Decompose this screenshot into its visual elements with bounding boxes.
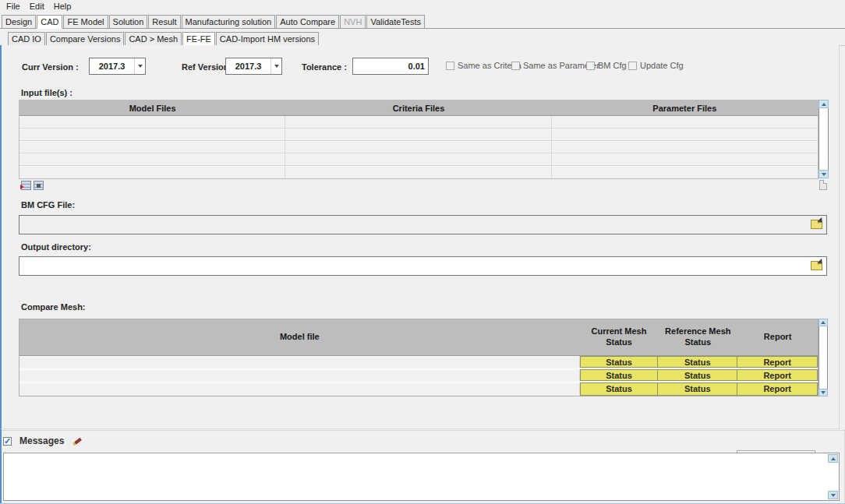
- bm-cfg-checkbox[interactable]: BM Cfg: [586, 61, 627, 70]
- tab-auto-compare[interactable]: Auto Compare: [276, 15, 339, 29]
- scroll-up-icon[interactable]: [828, 454, 838, 463]
- scrollbar-track[interactable]: [818, 326, 828, 389]
- subtab-cad-import-hm-versions[interactable]: CAD-Import HM versions: [216, 32, 319, 46]
- column-header-current-mesh-status[interactable]: Current Mesh Status: [580, 319, 659, 355]
- table-row: Status Status Report: [19, 369, 818, 382]
- update-cfg-checkbox[interactable]: Update Cfg: [628, 61, 684, 70]
- table-row[interactable]: [19, 153, 818, 166]
- report-cell[interactable]: Report: [737, 356, 818, 368]
- section-divider: [0, 430, 845, 431]
- reference-mesh-status-cell: Status: [658, 356, 737, 368]
- menu-bar: FileEditHelp: [0, 0, 845, 13]
- scrollbar-track[interactable]: [818, 108, 829, 170]
- scroll-up-icon[interactable]: [818, 100, 829, 108]
- column-header-criteria-files[interactable]: Criteria Files: [285, 100, 551, 115]
- reference-mesh-status-cell: Status: [658, 382, 737, 396]
- chevron-down-icon[interactable]: [134, 58, 145, 74]
- input-files-table-header: Model Files Criteria Files Parameter Fil…: [19, 100, 818, 116]
- input-files-table[interactable]: Model Files Criteria Files Parameter Fil…: [19, 100, 818, 179]
- messages-checkbox[interactable]: [3, 437, 12, 446]
- output-directory-input[interactable]: [19, 256, 827, 276]
- menu-edit[interactable]: Edit: [25, 0, 49, 12]
- table-row[interactable]: [19, 116, 818, 129]
- current-mesh-status-cell: Status: [580, 382, 659, 396]
- table-row: Status Status Report: [19, 356, 818, 369]
- checkbox-icon: [446, 62, 454, 70]
- column-header-model-file[interactable]: Model file: [19, 319, 580, 355]
- current-mesh-status-cell: Status: [580, 356, 659, 368]
- table-row[interactable]: [19, 129, 818, 141]
- edit-pencil-icon[interactable]: [72, 435, 84, 446]
- tolerance-input[interactable]: 0.01: [352, 58, 429, 75]
- table-row[interactable]: [19, 141, 818, 153]
- column-header-reference-mesh-status[interactable]: Reference Mesh Status: [658, 319, 737, 355]
- curr-version-dropdown[interactable]: 2017.3: [89, 58, 146, 75]
- current-mesh-status-cell: Status: [580, 369, 659, 381]
- chevron-down-icon[interactable]: [270, 58, 281, 74]
- subtab-cad-io[interactable]: CAD IO: [8, 32, 45, 46]
- compare-mesh-label: Compare Mesh:: [21, 302, 86, 312]
- menu-help[interactable]: Help: [49, 0, 76, 12]
- input-files-label: Input file(s) :: [21, 88, 72, 97]
- tab-fe-model[interactable]: FE Model: [63, 15, 108, 29]
- table-row[interactable]: [19, 166, 818, 178]
- fe-fe-panel: Curr Version : 2017.3 Ref Version : 2017…: [0, 45, 840, 429]
- table-row: Status Status Report: [19, 382, 818, 396]
- bm-cfg-label: BM Cfg: [598, 61, 627, 70]
- column-header-report[interactable]: Report: [737, 319, 818, 355]
- scroll-up-icon[interactable]: [818, 319, 828, 326]
- subtab-cad-mesh[interactable]: CAD > Mesh: [125, 32, 182, 46]
- compare-mesh-table[interactable]: Model file Current Mesh Status Reference…: [19, 319, 818, 397]
- output-directory-label: Output directory:: [21, 242, 91, 252]
- tab-cad[interactable]: CAD: [37, 15, 62, 29]
- scroll-down-icon[interactable]: [818, 170, 829, 178]
- add-input-files-icon[interactable]: [21, 181, 31, 190]
- subtab-fe-fe[interactable]: FE-FE: [182, 32, 215, 46]
- tab-result[interactable]: Result: [148, 15, 180, 29]
- browse-folder-icon[interactable]: [811, 260, 824, 271]
- messages-log-area[interactable]: [3, 453, 840, 501]
- cad-sub-tab-strip: CAD IOCompare VersionsCAD > MeshFE-FECAD…: [0, 31, 845, 46]
- messages-header: Messages: [3, 435, 84, 446]
- tab-nvh[interactable]: NVH: [340, 15, 366, 29]
- bm-cfg-file-label: BM CFG File:: [21, 200, 75, 210]
- compare-mesh-table-body: Status Status Report Status Status Repor…: [19, 356, 818, 396]
- bm-cfg-file-input[interactable]: [19, 215, 827, 234]
- column-header-model-files[interactable]: Model Files: [19, 100, 285, 115]
- column-header-parameter-files[interactable]: Parameter Files: [552, 100, 818, 115]
- scroll-down-icon[interactable]: [828, 491, 838, 499]
- report-cell[interactable]: Report: [737, 382, 818, 396]
- compare-mesh-table-header: Model file Current Mesh Status Reference…: [19, 319, 818, 356]
- tab-manufacturing-solution[interactable]: Manufacturing solution: [182, 15, 276, 29]
- model-file-cell[interactable]: [19, 356, 580, 368]
- scrollbar-track[interactable]: [828, 463, 838, 491]
- reference-mesh-status-cell: Status: [658, 369, 737, 381]
- scroll-down-icon[interactable]: [818, 389, 828, 397]
- browse-folder-icon[interactable]: [811, 219, 824, 230]
- same-as-criteria-checkbox[interactable]: Same as Criteria: [446, 61, 521, 70]
- ref-version-value: 2017.3: [226, 62, 270, 71]
- subtab-compare-versions[interactable]: Compare Versions: [46, 32, 125, 46]
- tab-solution[interactable]: Solution: [109, 15, 148, 29]
- model-file-cell[interactable]: [19, 382, 580, 396]
- curr-version-label: Curr Version :: [22, 62, 79, 72]
- checkbox-icon: [628, 62, 637, 70]
- report-document-icon[interactable]: [819, 180, 827, 190]
- messages-scrollbar[interactable]: [828, 454, 838, 499]
- report-cell[interactable]: Report: [737, 369, 818, 381]
- checkbox-icon: [511, 62, 520, 70]
- messages-label: Messages: [19, 435, 64, 446]
- input-table-scrollbar[interactable]: [818, 100, 829, 178]
- menu-file[interactable]: File: [2, 0, 25, 12]
- curr-version-value: 2017.3: [90, 62, 134, 71]
- compare-mesh-scrollbar[interactable]: [818, 319, 828, 397]
- remove-input-files-icon[interactable]: [34, 181, 44, 190]
- ref-version-dropdown[interactable]: 2017.3: [225, 58, 282, 75]
- panel-left-border: [0, 429, 2, 504]
- tab-validatetests[interactable]: ValidateTests: [366, 15, 425, 29]
- input-files-table-body: [19, 116, 818, 178]
- tolerance-label: Tolerance :: [302, 62, 347, 72]
- tab-design[interactable]: Design: [2, 15, 36, 29]
- checkbox-icon: [586, 62, 595, 70]
- model-file-cell[interactable]: [19, 369, 580, 381]
